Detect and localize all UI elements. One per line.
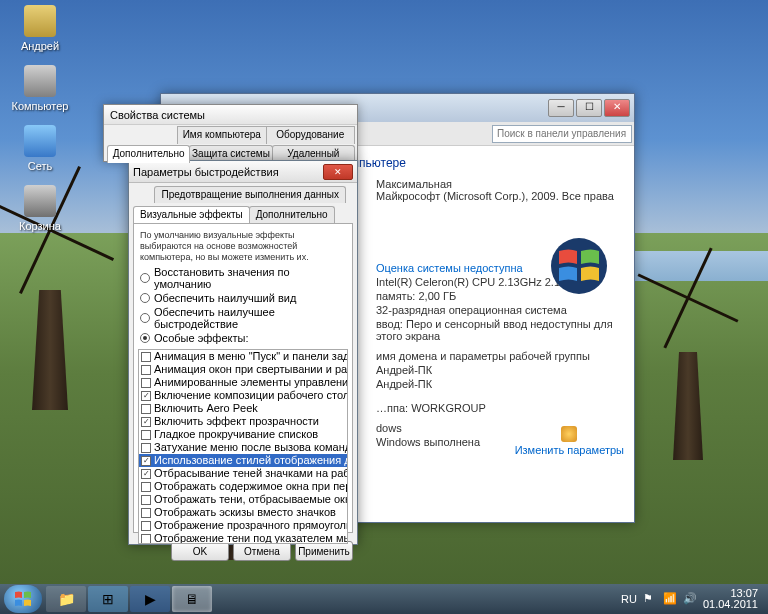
desktop-icon-user[interactable]: Андрей — [10, 5, 70, 52]
checkbox-icon — [141, 469, 151, 479]
radio-label: Обеспечить наилучшее быстродействие — [154, 306, 346, 330]
icon-label: Сеть — [28, 160, 52, 172]
effect-label: Включить Aero Peek — [154, 402, 258, 415]
start-button[interactable] — [4, 585, 42, 613]
checkbox-icon — [141, 456, 151, 466]
effect-item[interactable]: Использование стилей отображения для око… — [139, 454, 347, 467]
checkbox-icon — [141, 417, 151, 427]
effect-item[interactable]: Отбрасывание теней значками на рабочем с… — [139, 467, 347, 480]
effect-label: Гладкое прокручивание списков — [154, 428, 318, 441]
change-settings-link[interactable]: Изменить параметры — [515, 426, 624, 456]
checkbox-icon — [141, 521, 151, 531]
ok-button[interactable]: OK — [171, 541, 229, 561]
effect-label: Затухание меню после вызова команды — [154, 441, 348, 454]
radio-option[interactable]: Особые эффекты: — [138, 331, 348, 345]
taskbar-explorer[interactable]: 📁 — [46, 586, 86, 612]
windows-logo-icon — [544, 236, 614, 296]
radio-icon — [140, 313, 150, 323]
effect-item[interactable]: Анимация в меню "Пуск" и панели задач — [139, 350, 347, 363]
tab-dep[interactable]: Предотвращение выполнения данных — [154, 186, 346, 203]
tab-advanced[interactable]: Дополнительно — [249, 206, 335, 223]
flag-icon[interactable]: ⚑ — [643, 592, 657, 606]
user-folder-icon — [24, 5, 56, 37]
icon-label: Корзина — [19, 220, 61, 232]
effect-item[interactable]: Отображать эскизы вместо значков — [139, 506, 347, 519]
checkbox-icon — [141, 352, 151, 362]
tab-computer-name[interactable]: Имя компьютера — [177, 126, 267, 144]
radio-icon — [140, 273, 150, 283]
radio-option[interactable]: Восстановить значения по умолчанию — [138, 265, 348, 291]
network-icon — [24, 125, 56, 157]
effect-item[interactable]: Отображение тени под указателем мыши — [139, 532, 347, 544]
cancel-button[interactable]: Отмена — [233, 541, 291, 561]
workgroup-value: WORKGROUP — [411, 402, 486, 414]
effect-label: Анимация в меню "Пуск" и панели задач — [154, 350, 348, 363]
volume-icon[interactable]: 🔊 — [683, 592, 697, 606]
touch-value: Перо и сенсорный ввод недоступны для это… — [376, 318, 613, 342]
effect-item[interactable]: Включение композиции рабочего стола — [139, 389, 347, 402]
effect-item[interactable]: Включить эффект прозрачности — [139, 415, 347, 428]
effect-item[interactable]: Отображение прозрачного прямоугольника в… — [139, 519, 347, 532]
effect-label: Отображать эскизы вместо значков — [154, 506, 336, 519]
titlebar[interactable]: Параметры быстродействия ✕ — [129, 161, 357, 183]
checkbox-icon — [141, 391, 151, 401]
desktop-icon-recycle[interactable]: Корзина — [10, 185, 70, 232]
tab-advanced[interactable]: Дополнительно — [107, 145, 190, 163]
effect-item[interactable]: Включить Aero Peek — [139, 402, 347, 415]
taskbar: 📁 ⊞ ▶ 🖥 RU ⚑ 📶 🔊 13:07 01.04.2011 — [0, 584, 768, 614]
system-tray: RU ⚑ 📶 🔊 13:07 01.04.2011 — [621, 588, 764, 610]
effect-label: Включение композиции рабочего стола — [154, 389, 348, 402]
checkbox-icon — [141, 534, 151, 544]
icon-label: Андрей — [21, 40, 59, 52]
checkbox-icon — [141, 495, 151, 505]
close-button[interactable]: ✕ — [323, 164, 353, 180]
taskbar-mediaplayer[interactable]: ▶ — [130, 586, 170, 612]
effect-item[interactable]: Анимация окон при свертывании и разверты… — [139, 363, 347, 376]
language-indicator[interactable]: RU — [621, 593, 637, 605]
radio-icon — [140, 293, 150, 303]
effect-label: Анимация окон при свертывании и разверты… — [154, 363, 348, 376]
radio-option[interactable]: Обеспечить наилучшее быстродействие — [138, 305, 348, 331]
network-tray-icon[interactable]: 📶 — [663, 592, 677, 606]
clock[interactable]: 13:07 01.04.2011 — [703, 588, 758, 610]
checkbox-icon — [141, 430, 151, 440]
minimize-button[interactable]: ─ — [548, 99, 574, 117]
effect-label: Отображение прозрачного прямоугольника в… — [154, 519, 348, 532]
search-input[interactable] — [492, 125, 632, 143]
radio-option[interactable]: Обеспечить наилучший вид — [138, 291, 348, 305]
tab-hardware[interactable]: Оборудование — [266, 126, 356, 144]
recycle-bin-icon — [24, 185, 56, 217]
tabs-row-upper: Имя компьютера Оборудование — [107, 126, 354, 144]
tab-content: По умолчанию визуальные эффекты выбирают… — [133, 223, 353, 533]
effect-item[interactable]: Анимированные элементы управления и элем… — [139, 376, 347, 389]
performance-options-dialog: Параметры быстродействия ✕ Предотвращени… — [128, 160, 358, 545]
computer-icon — [24, 65, 56, 97]
tab-visual-effects[interactable]: Визуальные эффекты — [133, 206, 250, 223]
titlebar[interactable]: Свойства системы — [104, 105, 357, 125]
shield-icon — [561, 426, 577, 442]
effect-label: Отображать тени, отбрасываемые окнами — [154, 493, 348, 506]
description-text: По умолчанию визуальные эффекты выбирают… — [138, 228, 348, 265]
maximize-button[interactable]: ☐ — [576, 99, 602, 117]
effect-label: Отбрасывание теней значками на рабочем с… — [154, 467, 348, 480]
checkbox-icon — [141, 378, 151, 388]
close-button[interactable]: ✕ — [604, 99, 630, 117]
effect-item[interactable]: Гладкое прокручивание списков — [139, 428, 347, 441]
svg-point-0 — [551, 238, 607, 294]
taskbar-system-window[interactable]: 🖥 — [172, 586, 212, 612]
effects-checklist[interactable]: Анимация в меню "Пуск" и панели задачАни… — [138, 349, 348, 544]
effect-item[interactable]: Отображать содержимое окна при перетаски… — [139, 480, 347, 493]
system-properties-dialog: Свойства системы Имя компьютера Оборудов… — [103, 104, 358, 162]
rating-link[interactable]: Оценка системы недоступна — [376, 262, 523, 274]
checkbox-icon — [141, 482, 151, 492]
apply-button[interactable]: Применить — [295, 541, 353, 561]
desktop-icon-network[interactable]: Сеть — [10, 125, 70, 172]
checkbox-icon — [141, 508, 151, 518]
desktop-icon-computer[interactable]: Компьютер — [10, 65, 70, 112]
effect-item[interactable]: Отображать тени, отбрасываемые окнами — [139, 493, 347, 506]
ram-value: 2,00 ГБ — [418, 290, 456, 302]
icon-label: Компьютер — [12, 100, 69, 112]
effect-label: Анимированные элементы управления и элем… — [154, 376, 348, 389]
taskbar-app[interactable]: ⊞ — [88, 586, 128, 612]
effect-item[interactable]: Затухание меню после вызова команды — [139, 441, 347, 454]
